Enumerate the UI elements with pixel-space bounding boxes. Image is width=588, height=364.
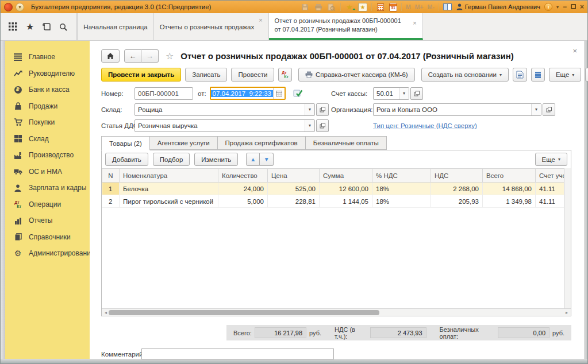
cell-quantity[interactable]: 5,000	[218, 195, 268, 208]
sidebar-item-operations[interactable]: ДтКтОперации	[13, 196, 90, 213]
table-row[interactable]: 2 Пирог тирольский с черникой 5,000 228,…	[102, 195, 564, 208]
minimize-button[interactable]: −	[563, 3, 567, 11]
col-quantity[interactable]: Количество	[218, 169, 268, 183]
close-form-icon[interactable]: ×	[572, 47, 577, 55]
scrollbar-thumb[interactable]	[109, 310, 379, 315]
history-icon[interactable]	[43, 22, 51, 31]
tab-certificates[interactable]: Продажа сертификатов	[218, 136, 306, 150]
calendar-icon[interactable]: 31	[389, 3, 397, 11]
cash-account-input[interactable]: 50.01▾	[373, 87, 409, 100]
close-window-button[interactable]: ×	[580, 3, 584, 11]
cell-n[interactable]: 1	[102, 183, 120, 195]
favorite-star-icon[interactable]: ☆	[166, 51, 174, 61]
col-vat-rate[interactable]: % НДС	[372, 169, 431, 183]
col-nomenclature[interactable]: Номенклатура	[120, 169, 218, 183]
system-menu-button[interactable]: ▾	[16, 3, 24, 11]
close-tab-icon[interactable]: ×	[413, 19, 416, 28]
sidebar-item-reports[interactable]: Отчеты	[13, 212, 90, 229]
vertical-scrollbar[interactable]	[564, 168, 571, 308]
cell-vat[interactable]: 205,93	[431, 195, 483, 208]
split-window-icon[interactable]	[443, 3, 452, 11]
sidebar-item-production[interactable]: Производство	[13, 147, 90, 164]
price-type-link[interactable]: Тип цен: Розничные (НДС сверху)	[373, 122, 477, 129]
pick-button[interactable]: Подбор	[153, 153, 190, 166]
back-button[interactable]: ←	[124, 49, 141, 63]
add-favorite-icon[interactable]: ★+	[345, 3, 354, 11]
caret-down-icon[interactable]: ▾	[399, 88, 409, 99]
caret-down-icon[interactable]: ▾	[531, 104, 541, 115]
cell-total[interactable]: 1 349,98	[483, 195, 536, 208]
tab-retail-sales-reports[interactable]: Отчеты о розничных продажах×	[154, 13, 269, 40]
create-based-on-button[interactable]: Создать на основании▾	[421, 68, 509, 82]
edit-button[interactable]: Изменить	[194, 153, 238, 166]
tab-goods[interactable]: Товары (2)	[101, 136, 150, 150]
help-button[interactable]: ?	[585, 68, 588, 82]
col-vat[interactable]: НДС	[431, 169, 483, 183]
memory-m-minus-button[interactable]: M-	[428, 3, 435, 10]
memory-m-plus-button[interactable]: M+	[415, 3, 424, 10]
current-user-button[interactable]: Герман Павел Андреевич	[456, 3, 540, 10]
open-organization-button[interactable]	[543, 103, 555, 116]
maximize-button[interactable]	[571, 3, 576, 10]
register-list-button[interactable]	[531, 68, 545, 82]
post-and-close-button[interactable]: Провести и закрыть	[101, 68, 181, 82]
sidebar-item-fixed-assets[interactable]: ОС и НМА	[13, 164, 90, 180]
comment-input[interactable]	[141, 348, 334, 360]
cell-price[interactable]: 525,00	[268, 183, 320, 195]
tab-home[interactable]: Начальная страница	[77, 13, 153, 40]
calculator-icon[interactable]	[376, 3, 385, 11]
forward-button[interactable]: →	[141, 49, 159, 63]
cell-account[interactable]: 41.11	[536, 195, 564, 208]
cell-vat-rate[interactable]: 18%	[372, 195, 431, 208]
tab-cashless-payments[interactable]: Безналичные оплаты	[306, 136, 387, 150]
save-icon[interactable]	[301, 3, 310, 11]
sidebar-item-manager[interactable]: Руководителю	[13, 65, 90, 82]
main-menu-icon[interactable]	[9, 22, 17, 31]
posted-status-icon[interactable]	[293, 89, 303, 98]
sidebar-item-payroll-hr[interactable]: Зарплата и кадры	[13, 180, 90, 196]
calendar-picker-icon[interactable]	[273, 88, 285, 99]
move-down-button[interactable]: ▼	[260, 153, 274, 166]
favorites-icon[interactable]: ★	[358, 3, 367, 11]
horizontal-scrollbar[interactable]: ◂ ▸	[102, 308, 571, 316]
print-preview-icon[interactable]	[327, 3, 336, 11]
organization-input[interactable]: Рога и Копыта ООО▾	[373, 103, 541, 116]
sidebar-item-main[interactable]: Главное	[13, 49, 90, 65]
number-field[interactable]: 00БП-000001	[134, 87, 193, 100]
open-cash-account-button[interactable]	[410, 87, 423, 100]
cell-amount[interactable]: 1 144,05	[320, 195, 372, 208]
sidebar-item-purchases[interactable]: Покупки	[13, 114, 90, 131]
table-more-button[interactable]: Еще▾	[535, 153, 567, 166]
titlebar-caret-icon[interactable]: ▾	[556, 5, 559, 10]
cashier-report-button[interactable]: Справка-отчет кассира (КМ-6)	[298, 68, 415, 82]
info-icon[interactable]: i	[544, 3, 552, 11]
open-cashflow-item-button[interactable]	[316, 119, 329, 132]
date-field[interactable]: 07.04.2017 9:22:33	[210, 87, 286, 100]
caret-down-icon[interactable]: ▾	[305, 104, 314, 115]
tab-agent-services[interactable]: Агентские услуги	[150, 136, 218, 150]
scroll-left-icon[interactable]: ◂	[103, 310, 109, 315]
table-row[interactable]: 1 Белочка 24,000 525,00 12 600,00 18% 2 …	[102, 183, 564, 195]
col-n[interactable]: N	[102, 169, 120, 183]
more-button[interactable]: Еще▾	[549, 68, 581, 82]
col-amount[interactable]: Сумма	[320, 169, 372, 183]
add-row-button[interactable]: Добавить	[105, 153, 148, 166]
cell-account[interactable]: 41.11	[536, 183, 564, 195]
cell-price[interactable]: 228,81	[268, 195, 320, 208]
caret-down-icon[interactable]: ▾	[305, 120, 314, 131]
cell-total[interactable]: 14 868,00	[483, 183, 536, 195]
cell-quantity[interactable]: 24,000	[218, 183, 268, 195]
home-button[interactable]	[101, 49, 120, 63]
sidebar-item-bank-cash[interactable]: ₽Банк и касса	[13, 82, 90, 98]
scroll-right-icon[interactable]: ▸	[564, 310, 570, 315]
sidebar-item-administration[interactable]: ⚙Администрирование	[13, 245, 90, 262]
memory-m-button[interactable]: M	[406, 3, 411, 10]
cell-vat-rate[interactable]: 18%	[372, 183, 431, 195]
open-warehouse-button[interactable]	[316, 103, 329, 116]
sidebar-item-directories[interactable]: Справочники	[13, 229, 90, 246]
cell-vat[interactable]: 2 268,00	[431, 183, 483, 195]
sidebar-item-sales[interactable]: Продажи	[13, 98, 90, 115]
app-logo-icon[interactable]	[4, 3, 13, 11]
post-button[interactable]: Провести	[231, 68, 274, 82]
close-tab-icon[interactable]: ×	[259, 17, 262, 24]
